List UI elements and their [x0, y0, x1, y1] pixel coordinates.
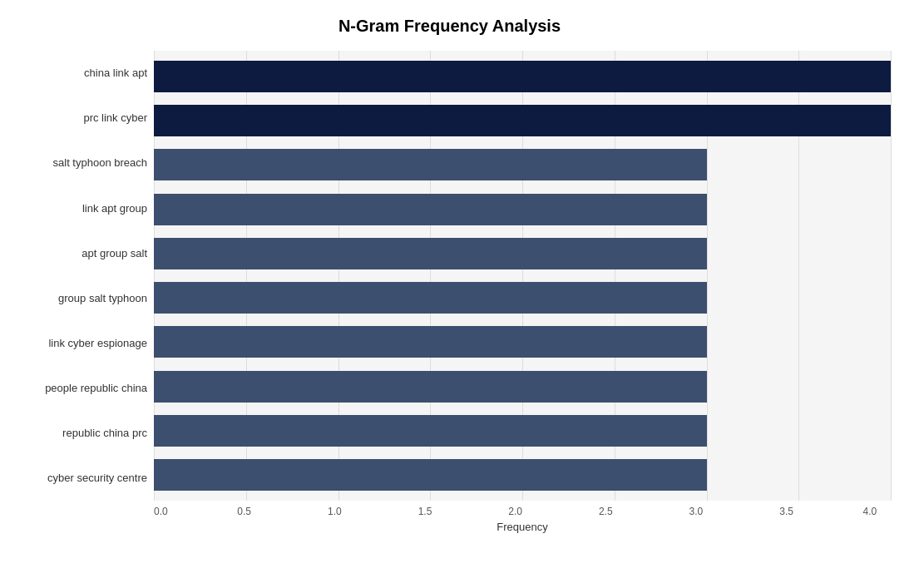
bar — [154, 415, 707, 447]
x-tick: 4.0 — [863, 506, 877, 517]
y-label: link cyber espionage — [8, 337, 147, 350]
bar — [154, 194, 707, 225]
y-label: china link apt — [8, 67, 147, 80]
y-label: apt group salt — [8, 247, 147, 260]
y-label: link apt group — [8, 202, 147, 215]
bar-row — [154, 146, 891, 184]
bar — [154, 149, 707, 180]
chart-title: N-Gram Frequency Analysis — [8, 17, 891, 36]
bar-row — [154, 190, 891, 229]
chart-body: china link aptprc link cybersalt typhoon… — [8, 51, 891, 501]
x-tick: 3.0 — [689, 506, 704, 517]
bar — [154, 326, 707, 358]
grid-line — [891, 51, 892, 501]
x-tick: 0.0 — [154, 506, 168, 517]
x-tick: 3.5 — [779, 506, 793, 517]
bar — [154, 238, 707, 269]
bar — [154, 105, 891, 136]
x-axis: 0.00.51.01.52.02.53.03.54.0 — [8, 506, 891, 517]
bar-row — [154, 279, 891, 317]
chart-area: china link aptprc link cybersalt typhoon… — [8, 51, 891, 533]
x-tick: 1.5 — [418, 506, 432, 517]
x-axis-label: Frequency — [8, 521, 891, 533]
bar — [154, 61, 891, 92]
bar-row — [154, 456, 891, 494]
y-label: group salt typhoon — [8, 292, 147, 305]
x-tick: 2.0 — [508, 506, 522, 517]
x-ticks: 0.00.51.01.52.02.53.03.54.0 — [154, 506, 891, 517]
bar-row — [154, 323, 891, 361]
chart-container: N-Gram Frequency Analysis china link apt… — [0, 0, 924, 583]
x-tick: 0.5 — [237, 506, 251, 517]
bar-row — [154, 412, 891, 450]
bars-wrapper — [154, 51, 891, 501]
y-label: cyber security centre — [8, 472, 147, 485]
y-label: prc link cyber — [8, 111, 147, 125]
y-label: people republic china — [8, 382, 147, 395]
y-label: republic china prc — [8, 427, 147, 440]
x-tick: 2.5 — [599, 506, 613, 517]
y-labels: china link aptprc link cybersalt typhoon… — [8, 51, 154, 501]
x-tick: 1.0 — [328, 506, 342, 517]
bar — [154, 371, 707, 403]
bar-row — [154, 235, 891, 273]
bars-and-grid — [154, 51, 891, 501]
bar — [154, 282, 707, 314]
bar-row — [154, 57, 891, 96]
bar-row — [154, 101, 891, 140]
y-label: salt typhoon breach — [8, 156, 147, 170]
bar — [154, 459, 707, 491]
bar-row — [154, 368, 891, 406]
